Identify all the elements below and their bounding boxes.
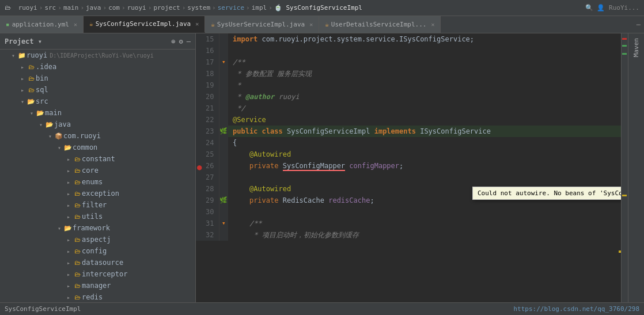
expand-arrow: ▸ [65, 168, 73, 174]
line-gutter [219, 79, 228, 91]
folder-icon: 📂 [63, 225, 73, 232]
list-item[interactable]: ▸ 🗁 .idea [0, 61, 195, 73]
expand-arrow: ▸ [65, 179, 73, 185]
yml-icon: ▪ [6, 21, 10, 28]
table-row: 19 * [196, 79, 621, 91]
line-number: 28 [196, 183, 219, 195]
line-gutter: ▾ [219, 56, 228, 68]
error-tooltip: Could not autowire. No beans of 'SysConf… [472, 187, 621, 200]
list-item[interactable]: ▸ 🗁 redis [0, 291, 195, 302]
code-line: /** [228, 56, 621, 68]
tree-item-label: main [45, 109, 62, 117]
expand-arrow: ▸ [18, 87, 26, 93]
search-icon[interactable]: 🔍 [585, 4, 593, 12]
list-item[interactable]: ▾ 📂 java [0, 119, 195, 130]
settings-icon[interactable]: ⚙ [179, 37, 183, 45]
table-row: 16 [196, 45, 621, 56]
code-line: @Autowired [228, 149, 621, 160]
folder-icon: 🗁 [73, 190, 82, 198]
list-item[interactable]: ▾ 📂 main [0, 107, 195, 119]
line-gutter [219, 33, 228, 45]
line-gutter [219, 206, 228, 218]
tree-item-label: filter [82, 201, 107, 209]
user-icon[interactable]: 👤 RuoYi... [597, 4, 639, 12]
status-bar: SysConfigServiceImpl https://blog.csdn.n… [0, 302, 644, 315]
tab-SysConfigServiceImpl[interactable]: ☕ SysConfigServiceImpl.java ✕ [84, 16, 205, 33]
sidebar-header: Project ▾ ⊕ ⚙ — [0, 33, 195, 50]
maven-label: Maven [632, 38, 640, 57]
list-item[interactable]: ▸ 🗁 enums [0, 176, 195, 188]
add-icon[interactable]: ⊕ [171, 37, 175, 45]
table-row: 17 ▾ /** [196, 56, 621, 68]
list-item[interactable]: ▾ 📂 src [0, 96, 195, 107]
line-number: 23 [196, 126, 219, 137]
tree-root[interactable]: ▾ 📁 ruoyi D:\IDEAProject\RuoYi-Vue\ruoyi [0, 50, 195, 61]
breadcrumb-icon: 🗁 [5, 4, 11, 12]
folder-icon: 🗁 [73, 155, 82, 163]
line-number: 26 ● [196, 160, 219, 172]
tree-item-label: core [82, 166, 99, 174]
tab-SysUserServiceImpl[interactable]: ☕ SysUserServiceImpl.java ✕ [205, 16, 319, 33]
line-gutter [219, 68, 228, 79]
code-editor[interactable]: 15 import com.ruoyi.project.system.servi… [196, 33, 621, 302]
close-icon[interactable]: ✕ [309, 21, 313, 28]
table-row: 27 [196, 172, 621, 183]
java-icon: ☕ [211, 21, 215, 28]
list-item[interactable]: ▸ 🗁 datasource [0, 257, 195, 268]
list-item[interactable]: ▸ 🗁 manager [0, 280, 195, 291]
expand-arrow: ▸ [65, 202, 73, 208]
expand-arrow: ▸ [65, 248, 73, 255]
expand-arrow: ▸ [65, 271, 73, 278]
list-item[interactable]: ▸ 🗁 bin [0, 73, 195, 84]
tree-item-label: .idea [36, 63, 56, 71]
table-row: 21 */ [196, 103, 621, 114]
list-item[interactable]: ▸ 🗁 sql [0, 84, 195, 96]
expand-arrow: ▸ [65, 214, 73, 220]
maven-panel[interactable]: Maven [628, 33, 644, 302]
close-icon[interactable]: ✕ [74, 21, 77, 28]
list-item[interactable]: ▾ 📦 com.ruoyi [0, 130, 195, 142]
list-item[interactable]: ▾ 📂 common [0, 142, 195, 153]
tab-application-yml[interactable]: ▪ application.yml ✕ [0, 16, 84, 33]
tab-overflow-menu[interactable]: ⋯ [633, 16, 644, 33]
tree-item-label: aspectj [82, 236, 111, 244]
project-sidebar: Project ▾ ⊕ ⚙ — ▾ 📁 ruoyi D:\IDEAProject… [0, 33, 196, 302]
list-item[interactable]: ▸ 🗁 constant [0, 153, 195, 165]
code-line: import com.ruoyi.project.system.service.… [228, 33, 621, 45]
list-item[interactable]: ▾ 📂 framework [0, 222, 195, 234]
code-line: * [228, 79, 621, 91]
status-left: SysConfigServiceImpl [5, 305, 81, 313]
minimize-icon[interactable]: — [187, 37, 191, 45]
folder-icon: 🗁 [73, 202, 82, 209]
line-number: 18 [196, 68, 219, 79]
folder-icon: 🗁 [73, 271, 82, 278]
close-icon[interactable]: ✕ [195, 21, 199, 27]
folder-icon: 🗁 [73, 282, 82, 290]
table-row: 32 * 项目启动时，初始化参数到缓存 [196, 229, 621, 241]
expand-arrow: ▾ [55, 145, 63, 151]
list-item[interactable]: ▸ 🗁 filter [0, 199, 195, 211]
list-item[interactable]: ▸ 🗁 aspectj [0, 234, 195, 245]
table-row: 20 * @author ruoyi [196, 91, 621, 103]
table-row: 31 ▾ /** [196, 218, 621, 229]
list-item[interactable]: ▸ 🗁 exception [0, 188, 195, 199]
list-item[interactable]: ▸ 🗁 config [0, 245, 195, 257]
error-gutter-mark [622, 38, 627, 40]
expand-arrow: ▾ [37, 122, 45, 128]
list-item[interactable]: ▸ 🗁 interceptor [0, 268, 195, 280]
list-item[interactable]: ▸ 🗁 core [0, 165, 195, 176]
folder-icon: 🗁 [73, 179, 82, 186]
tree-item-label: bin [36, 74, 48, 82]
line-number: 31 [196, 218, 219, 229]
line-gutter [219, 103, 228, 114]
folder-icon: 🗁 [73, 167, 82, 174]
expand-arrow: ▸ [65, 283, 73, 289]
list-item[interactable]: ▸ 🗁 utils [0, 211, 195, 222]
tab-UserDetailsServiceImpl[interactable]: ☕ UserDetailsServiceImpl... ✕ [319, 16, 441, 33]
expand-arrow: ▸ [65, 156, 73, 162]
line-number: 21 [196, 103, 219, 114]
close-icon[interactable]: ✕ [431, 21, 434, 28]
code-line [228, 206, 621, 218]
line-number: 16 [196, 45, 219, 56]
tree-item-label: src [36, 97, 48, 105]
